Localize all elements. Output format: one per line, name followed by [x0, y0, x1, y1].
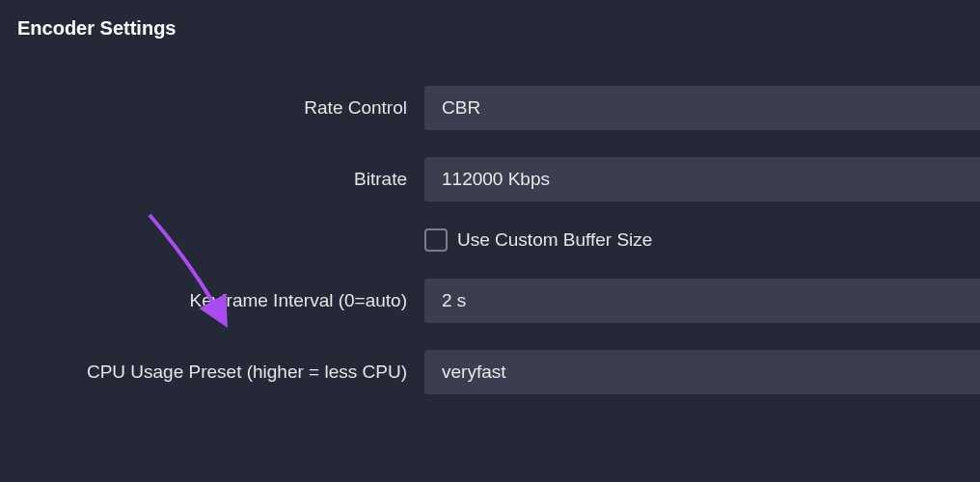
checkbox-box-icon: [424, 228, 448, 252]
row-bitrate: Bitrate 112000 Kbps: [0, 157, 980, 201]
label-keyframe: Keyframe Interval (0=auto): [0, 290, 424, 311]
label-bitrate: Bitrate: [0, 169, 424, 190]
select-cpu-preset[interactable]: veryfast: [424, 350, 980, 394]
checkbox-label-custom-buffer: Use Custom Buffer Size: [457, 229, 652, 251]
row-custom-buffer: Use Custom Buffer Size: [0, 228, 980, 252]
row-rate-control: Rate Control CBR: [0, 86, 980, 130]
encoder-form: Rate Control CBR Bitrate 112000 Kbps Use…: [0, 40, 980, 394]
label-cpu-preset: CPU Usage Preset (higher = less CPU): [0, 362, 424, 383]
input-bitrate[interactable]: 112000 Kbps: [424, 157, 980, 201]
input-keyframe[interactable]: 2 s: [424, 279, 980, 323]
section-title: Encoder Settings: [0, 0, 980, 40]
select-rate-control[interactable]: CBR: [424, 86, 980, 130]
checkbox-custom-buffer[interactable]: Use Custom Buffer Size: [424, 228, 980, 252]
row-cpu-preset: CPU Usage Preset (higher = less CPU) ver…: [0, 350, 980, 394]
row-keyframe: Keyframe Interval (0=auto) 2 s: [0, 279, 980, 323]
label-rate-control: Rate Control: [0, 97, 424, 119]
